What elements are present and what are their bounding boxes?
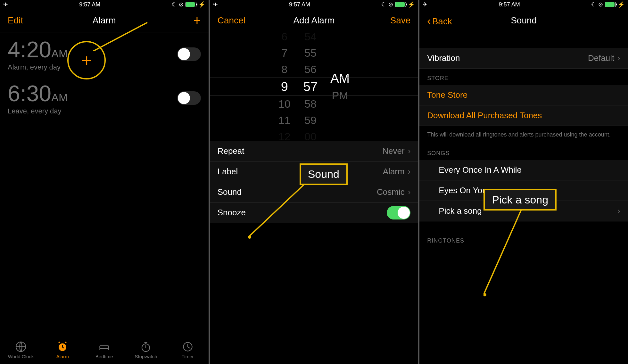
tab-timer[interactable]: Timer xyxy=(167,336,209,364)
moon-icon: ☾ xyxy=(591,1,596,8)
moon-icon: ☾ xyxy=(172,1,177,8)
nav-title: Sound xyxy=(511,15,537,26)
charging-icon: ⚡ xyxy=(198,1,205,8)
globe-icon xyxy=(15,341,27,352)
tab-alarm[interactable]: Alarm xyxy=(42,336,83,364)
stopwatch-icon xyxy=(140,341,152,352)
bed-icon xyxy=(98,341,110,352)
tab-label: Timer xyxy=(182,354,194,359)
nav-title: Alarm xyxy=(93,15,116,26)
orientation-lock-icon: ⊘ xyxy=(598,1,603,8)
chevron-right-icon: › xyxy=(408,187,411,197)
callout-sound: Sound xyxy=(300,163,348,185)
cell-label: Download All Purchased Tones xyxy=(427,111,542,120)
status-bar: ✈ 9:57 AM ☾⊘⚡ xyxy=(210,0,418,9)
orientation-lock-icon: ⊘ xyxy=(179,1,184,8)
vibration-row[interactable]: Vibration Default› xyxy=(419,48,628,69)
song-title: Eyes On You xyxy=(439,186,487,195)
chevron-right-icon: › xyxy=(617,206,620,216)
song-title: Every Once In A While xyxy=(439,165,522,175)
time-picker[interactable]: 6 7 8 9 10 11 12 54 55 56 57 58 59 00 AM… xyxy=(210,32,418,141)
snooze-row: Snooze xyxy=(210,203,418,223)
minute-column[interactable]: 54 55 56 57 58 59 00 xyxy=(303,30,318,143)
download-tones-row[interactable]: Download All Purchased Tones xyxy=(419,105,628,126)
status-time: 9:57 AM xyxy=(289,1,310,8)
tab-label: Bedtime xyxy=(95,354,113,359)
battery-icon xyxy=(605,2,616,7)
chevron-left-icon: ‹ xyxy=(427,14,431,27)
chevron-right-icon: › xyxy=(617,53,620,63)
tone-store-row[interactable]: Tone Store xyxy=(419,85,628,105)
section-header-store: STORE xyxy=(419,69,628,85)
hour-column[interactable]: 6 7 8 9 10 11 12 xyxy=(278,30,291,143)
cell-value: Alarm xyxy=(383,167,405,176)
alarm-subtitle: Leave, every day xyxy=(8,107,68,115)
alarm-row[interactable]: 6:30AM Leave, every day xyxy=(0,76,209,120)
download-footer-text: This will download all ringtones and ale… xyxy=(419,126,628,144)
save-button[interactable]: Save xyxy=(378,15,410,26)
tab-bedtime[interactable]: Bedtime xyxy=(83,336,125,364)
screen-add-alarm: ✈ 9:57 AM ☾⊘⚡ Cancel Add Alarm Save 6 7 … xyxy=(210,0,418,364)
cell-label: Snooze xyxy=(218,208,246,218)
cancel-button[interactable]: Cancel xyxy=(218,15,250,26)
battery-icon xyxy=(186,2,196,7)
status-bar: ✈ 9:57 AM ☾ ⊘ ⚡ xyxy=(0,0,209,9)
sound-row[interactable]: Sound Cosmic› xyxy=(210,182,418,203)
alarm-toggle[interactable] xyxy=(177,47,201,61)
cell-value: Default xyxy=(588,53,614,63)
moon-icon: ☾ xyxy=(381,1,386,8)
tab-label: World Clock xyxy=(8,354,34,359)
chevron-right-icon: › xyxy=(408,146,411,156)
alarm-clock-icon xyxy=(57,341,68,352)
charging-icon: ⚡ xyxy=(408,1,415,8)
svg-rect-2 xyxy=(100,346,109,349)
nav-bar: ‹Back Sound xyxy=(419,9,628,32)
snooze-toggle[interactable] xyxy=(387,206,410,219)
svg-point-9 xyxy=(483,293,486,296)
add-alarm-button[interactable]: + xyxy=(169,14,201,27)
alarm-time: 6:30 xyxy=(8,81,51,106)
charging-icon: ⚡ xyxy=(618,1,625,8)
nav-title: Add Alarm xyxy=(293,15,335,26)
song-row[interactable]: Every Once In A While xyxy=(419,160,628,180)
cell-label: Vibration xyxy=(427,53,460,63)
cell-label: Tone Store xyxy=(427,90,467,100)
alarm-time: 4:20 xyxy=(8,37,51,62)
tab-label: Alarm xyxy=(56,354,69,359)
cell-value: Never xyxy=(382,146,404,156)
status-time: 9:57 AM xyxy=(499,1,520,8)
cell-label: Label xyxy=(218,167,238,177)
callout-pick-song: Pick a song xyxy=(483,189,557,211)
chevron-right-icon: › xyxy=(408,167,411,176)
ampm-column[interactable]: AM PM xyxy=(330,71,350,102)
section-header-songs: SONGS xyxy=(419,144,628,160)
nav-bar: Cancel Add Alarm Save xyxy=(210,9,418,32)
cell-value: Cosmic xyxy=(377,187,405,197)
screen-sound: ✈ 9:57 AM ☾⊘⚡ ‹Back Sound Vibration Defa… xyxy=(419,0,628,364)
cell-label: Repeat xyxy=(218,146,244,156)
alarm-subtitle: Alarm, every day xyxy=(8,63,68,71)
airplane-icon: ✈ xyxy=(3,1,8,8)
screen-alarm-list: ✈ 9:57 AM ☾ ⊘ ⚡ Edit Alarm + 4:20AM Alar… xyxy=(0,0,209,364)
alarm-ampm: AM xyxy=(51,47,68,60)
svg-point-7 xyxy=(248,236,251,239)
back-button[interactable]: ‹Back xyxy=(427,14,459,27)
airplane-icon: ✈ xyxy=(423,1,427,8)
callout-plus-circle: + xyxy=(67,41,106,79)
alarm-ampm: AM xyxy=(51,91,68,103)
timer-icon xyxy=(182,341,194,352)
airplane-icon: ✈ xyxy=(213,1,218,8)
edit-button[interactable]: Edit xyxy=(8,15,40,26)
status-bar: ✈ 9:57 AM ☾⊘⚡ xyxy=(419,0,628,9)
cell-label: Sound xyxy=(218,187,242,197)
orientation-lock-icon: ⊘ xyxy=(388,1,393,8)
tab-stopwatch[interactable]: Stopwatch xyxy=(125,336,167,364)
alarm-toggle[interactable] xyxy=(177,91,201,105)
repeat-row[interactable]: Repeat Never› xyxy=(210,141,418,161)
tab-label: Stopwatch xyxy=(135,354,157,359)
tab-world-clock[interactable]: World Clock xyxy=(0,336,42,364)
nav-bar: Edit Alarm + xyxy=(0,9,209,32)
section-header-ringtones: RINGTONES xyxy=(419,231,628,247)
tab-bar: World Clock Alarm Bedtime Stopwatch Time… xyxy=(0,336,209,364)
cell-label: Pick a song xyxy=(439,206,482,216)
